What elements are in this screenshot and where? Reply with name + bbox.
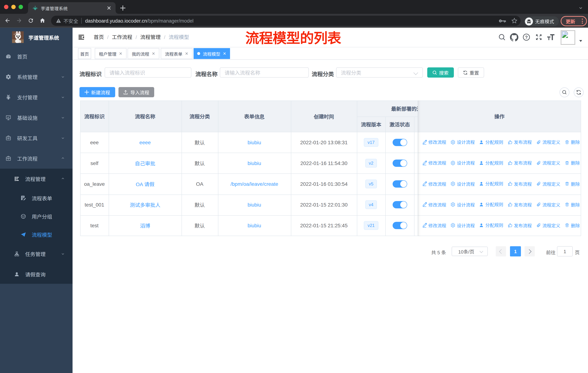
svg-text:?: ?: [525, 35, 528, 40]
